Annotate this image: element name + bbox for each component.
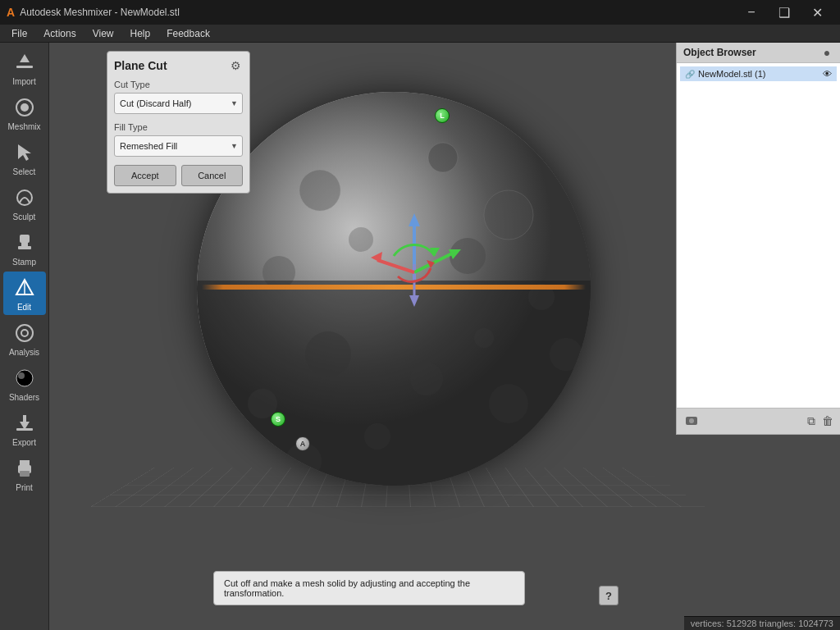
sidebar-item-stamp[interactable]: Stamp: [3, 226, 46, 270]
panel-title: Plane Cut: [114, 59, 167, 72]
menu-help[interactable]: Help: [122, 26, 159, 41]
ob-footer-left: [683, 412, 700, 431]
panel-buttons: Accept Cancel: [114, 165, 243, 186]
print-label: Print: [16, 483, 33, 492]
accept-button[interactable]: Accept: [114, 165, 176, 186]
import-label: Import: [12, 77, 35, 86]
titlebar: A Autodesk Meshmixer - NewModel.stl − ❑ …: [0, 0, 840, 25]
object-browser: Object Browser ● 🔗 NewModel.stl (1) 👁 ⧉ …: [676, 43, 840, 435]
sidebar-item-analysis[interactable]: Analysis: [3, 317, 46, 360]
stamp-icon: [11, 230, 38, 256]
fill-type-select[interactable]: Remeshed Fill Flat Fill No Fill: [114, 135, 243, 157]
sidebar-item-meshmix[interactable]: Meshmix: [3, 91, 46, 135]
app-icon: A: [7, 6, 15, 19]
object-browser-item[interactable]: 🔗 NewModel.stl (1) 👁: [680, 66, 837, 81]
svg-rect-0: [16, 66, 33, 68]
cancel-button[interactable]: Cancel: [181, 165, 244, 186]
edit-icon: [11, 275, 38, 301]
sidebar-item-sculpt[interactable]: Sculpt: [3, 181, 46, 225]
titlebar-left: A Autodesk Meshmixer - NewModel.stl: [7, 6, 180, 19]
print-icon: [11, 455, 38, 482]
svg-point-13: [21, 330, 28, 336]
cut-type-select[interactable]: Cut (Discard Half) Cut (Keep Both) Slice…: [114, 93, 243, 114]
menu-actions[interactable]: Actions: [35, 26, 84, 41]
export-label: Export: [12, 438, 36, 447]
sculpt-label: Sculpt: [13, 212, 36, 221]
panel-header: Plane Cut ⚙: [114, 58, 243, 73]
camera-icon: [683, 412, 700, 428]
gizmo-handle-l[interactable]: L: [435, 108, 450, 123]
svg-rect-6: [20, 235, 30, 243]
sidebar-item-print[interactable]: Print: [3, 452, 46, 495]
svg-rect-7: [21, 243, 28, 246]
svg-point-16: [18, 372, 25, 379]
svg-point-3: [21, 103, 29, 112]
object-browser-title: Object Browser: [683, 47, 756, 58]
svg-point-25: [428, 143, 458, 172]
object-browser-close-button[interactable]: ●: [820, 46, 833, 59]
sculpt-icon: [11, 185, 38, 211]
ob-copy-button[interactable]: ⧉: [807, 414, 815, 428]
analysis-icon: [11, 320, 38, 346]
sidebar-item-edit[interactable]: Edit: [3, 272, 46, 315]
fill-type-label: Fill Type: [114, 122, 243, 132]
stamp-label: Stamp: [12, 258, 36, 267]
export-icon: [11, 410, 38, 436]
select-icon: [11, 139, 38, 166]
object-item-icon: 🔗: [685, 70, 695, 79]
svg-point-26: [484, 190, 533, 240]
sidebar-item-select[interactable]: Select: [3, 136, 46, 180]
svg-rect-8: [18, 246, 31, 249]
object-browser-header: Object Browser ●: [677, 43, 840, 63]
sidebar-item-import[interactable]: Import: [3, 46, 46, 89]
gizmo-handle-s[interactable]: S: [271, 412, 285, 427]
meshmix-label: Meshmix: [7, 122, 40, 131]
statusbar: vertices: 512928 triangles: 1024773: [684, 616, 840, 630]
svg-marker-42: [409, 213, 420, 226]
maximize-button[interactable]: ❑: [768, 0, 801, 25]
select-label: Select: [13, 167, 36, 176]
object-browser-empty-space: [677, 244, 840, 408]
shaders-icon: [11, 365, 38, 391]
object-item-label: NewModel.stl (1): [698, 69, 766, 79]
meshmix-icon: [11, 94, 38, 121]
ob-footer-icons: ⧉ 🗑: [807, 414, 833, 428]
menu-file[interactable]: File: [3, 26, 35, 41]
minimize-button[interactable]: −: [735, 0, 768, 25]
svg-marker-48: [371, 252, 382, 262]
svg-rect-22: [20, 471, 30, 477]
close-button[interactable]: ✕: [801, 0, 833, 25]
viewport[interactable]: L S A Plane Cut ⚙ Cut Type Cut (Discard …: [49, 43, 840, 630]
svg-marker-44: [409, 295, 419, 307]
gizmo-arrows: [361, 207, 468, 313]
tooltip: Cut off and make a mesh solid by adjusti…: [213, 571, 525, 605]
sidebar-item-export[interactable]: Export: [3, 407, 46, 450]
fill-type-select-wrap: Remeshed Fill Flat Fill No Fill: [114, 135, 243, 157]
tooltip-help-button[interactable]: ?: [599, 586, 619, 605]
object-item-visibility-icon[interactable]: 👁: [823, 69, 832, 79]
gizmo-handle-a[interactable]: A: [295, 436, 310, 451]
sidebar-item-shaders[interactable]: Shaders: [3, 362, 46, 405]
ob-delete-button[interactable]: 🗑: [822, 414, 833, 428]
svg-rect-19: [23, 415, 26, 423]
menu-feedback[interactable]: Feedback: [158, 26, 218, 41]
object-browser-list: 🔗 NewModel.stl (1) 👁: [677, 63, 840, 244]
menubar: File Actions View Help Feedback: [0, 25, 840, 43]
statusbar-text: vertices: 512928 triangles: 1024773: [691, 619, 833, 628]
sidebar: Import Meshmix Select Sculpt Stamp: [0, 43, 49, 630]
analysis-label: Analysis: [9, 348, 39, 357]
edit-label: Edit: [17, 303, 31, 312]
menu-view[interactable]: View: [84, 26, 122, 41]
svg-marker-4: [18, 144, 31, 161]
object-browser-footer: ⧉ 🗑: [677, 408, 840, 434]
svg-line-47: [377, 260, 414, 272]
svg-point-24: [299, 170, 340, 211]
tooltip-text: Cut off and make a mesh solid by adjusti…: [224, 578, 470, 598]
plane-cut-panel: Plane Cut ⚙ Cut Type Cut (Discard Half) …: [107, 51, 250, 194]
svg-point-52: [689, 418, 694, 423]
app-title: Autodesk Meshmixer - NewModel.stl: [20, 7, 180, 18]
cut-type-label: Cut Type: [114, 80, 243, 89]
panel-gear-icon[interactable]: ⚙: [228, 58, 243, 73]
cut-type-select-wrap: Cut (Discard Half) Cut (Keep Both) Slice…: [114, 93, 243, 114]
main-area: Import Meshmix Select Sculpt Stamp: [0, 43, 840, 630]
